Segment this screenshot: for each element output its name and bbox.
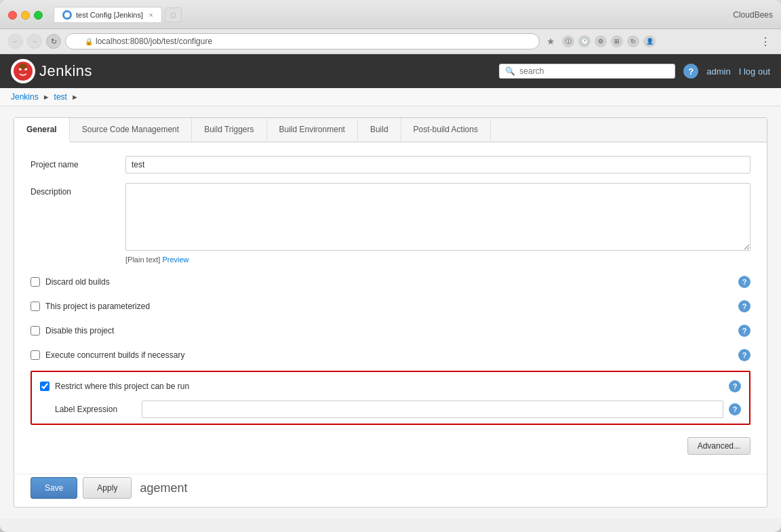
project-name-row: Project name <box>31 156 750 173</box>
restrict-help[interactable]: ? <box>729 380 741 392</box>
admin-link[interactable]: admin <box>706 66 730 77</box>
close-button[interactable] <box>8 11 17 20</box>
search-box: 🔍 <box>499 64 675 79</box>
info-icon[interactable]: ⓘ <box>562 35 574 47</box>
bookmark-icon[interactable]: ★ <box>546 36 555 47</box>
disable-project-label: Disable this project <box>45 326 733 335</box>
description-textarea[interactable] <box>125 183 750 251</box>
tab-source-code[interactable]: Source Code Management <box>70 118 192 142</box>
restrict-checkbox[interactable] <box>40 382 49 391</box>
tab-build-environment[interactable]: Build Environment <box>267 118 358 142</box>
browser-titlebar: test Config [Jenkins] × □ CloudBees <box>0 0 781 29</box>
traffic-lights <box>8 11 43 20</box>
more-options-icon[interactable]: ⋮ <box>758 34 773 49</box>
header-right: 🔍 ? admin I log out <box>499 64 770 79</box>
breadcrumb-jenkins[interactable]: Jenkins <box>11 92 39 102</box>
sync-icon[interactable]: ↻ <box>627 35 639 47</box>
reload-button[interactable]: ↻ <box>46 34 61 49</box>
breadcrumb-sep-2: ► <box>71 93 79 101</box>
logout-link[interactable]: I log out <box>739 66 770 77</box>
address-bar[interactable]: 🔒 localhost:8080/job/test/configure <box>65 33 540 49</box>
profile-icon[interactable]: 👤 <box>643 35 656 47</box>
tab-post-build[interactable]: Post-build Actions <box>401 118 491 142</box>
label-expression-row: Label Expression ? <box>40 401 741 418</box>
discard-old-builds-help[interactable]: ? <box>738 276 750 288</box>
plain-text-label: [Plain text] <box>125 255 160 264</box>
discard-old-builds-label: Discard old builds <box>45 277 733 287</box>
grid-icon[interactable]: ⊞ <box>611 35 623 47</box>
help-button[interactable]: ? <box>683 64 698 79</box>
tab-bar: test Config [Jenkins] × □ <box>54 7 727 23</box>
tab-build-triggers[interactable]: Build Triggers <box>192 118 266 142</box>
lock-icon: 🔒 <box>85 38 93 45</box>
project-name-input[interactable] <box>125 156 750 173</box>
search-icon: 🔍 <box>505 66 515 76</box>
breadcrumb-test[interactable]: test <box>54 92 67 102</box>
checkbox-concurrent-builds: Execute concurrent builds if necessary ? <box>31 346 750 364</box>
jenkins-title: Jenkins <box>39 62 92 80</box>
extension-icon[interactable]: ⚙ <box>595 35 607 47</box>
checkbox-restrict-row: Restrict where this project can be run ? <box>40 377 741 395</box>
restrict-section: Restrict where this project can be run ?… <box>31 371 750 425</box>
jenkins-header: Jenkins 🔍 ? admin I log out <box>0 54 781 88</box>
plain-text-note: [Plain text] Preview <box>125 255 750 264</box>
active-tab[interactable]: test Config [Jenkins] × <box>54 7 162 23</box>
jenkins-logo: Jenkins <box>11 59 92 83</box>
concurrent-builds-checkbox[interactable] <box>31 350 40 360</box>
svg-point-4 <box>19 64 27 69</box>
fullscreen-button[interactable] <box>34 11 43 20</box>
cloudbees-label: CloudBees <box>733 10 773 20</box>
advanced-row: Advanced... <box>31 432 750 460</box>
config-tabs: General Source Code Management Build Tri… <box>14 118 767 142</box>
restrict-label: Restrict where this project can be run <box>55 382 723 391</box>
concurrent-builds-label: Execute concurrent builds if necessary <box>45 350 733 360</box>
disable-project-help[interactable]: ? <box>738 325 750 337</box>
history-icon[interactable]: 🕐 <box>578 35 590 47</box>
description-control: [Plain text] Preview <box>125 183 750 264</box>
description-label: Description <box>31 183 125 197</box>
browser-window: test Config [Jenkins] × □ CloudBees ← → … <box>0 0 781 532</box>
concurrent-builds-help[interactable]: ? <box>738 349 750 361</box>
config-panel: General Source Code Management Build Tri… <box>14 117 767 508</box>
checkbox-disable-project: Disable this project ? <box>31 322 750 340</box>
description-row: Description [Plain text] Preview <box>31 183 750 264</box>
label-expression-label: Label Expression <box>55 405 136 414</box>
address-bar-row: ← → ↻ 🔒 localhost:8080/job/test/configur… <box>0 29 781 54</box>
advanced-button[interactable]: Advanced... <box>687 437 750 455</box>
back-button[interactable]: ← <box>8 34 23 49</box>
project-name-control <box>125 156 750 173</box>
disable-project-checkbox[interactable] <box>31 326 40 335</box>
checkbox-parameterized: This project is parameterized ? <box>31 298 750 315</box>
new-tab-button[interactable]: □ <box>165 7 182 22</box>
help-label: ? <box>688 66 694 77</box>
tab-general[interactable]: General <box>14 118 70 142</box>
action-buttons-row: Save Apply agement <box>14 474 767 507</box>
checkbox-discard-old-builds: Discard old builds ? <box>31 273 750 291</box>
search-input[interactable] <box>519 66 655 76</box>
apply-button[interactable]: Apply <box>83 477 132 499</box>
tab-title: test Config [Jenkins] <box>76 11 145 19</box>
breadcrumb-sep-1: ► <box>43 93 50 101</box>
jenkins-icon <box>11 59 35 83</box>
svg-point-0 <box>64 12 70 18</box>
project-name-label: Project name <box>31 156 125 169</box>
tab-build[interactable]: Build <box>358 118 401 142</box>
address-text: localhost:8080/job/test/configure <box>96 37 212 46</box>
forward-button[interactable]: → <box>27 34 42 49</box>
breadcrumb: Jenkins ► test ► <box>0 88 781 106</box>
tab-favicon <box>62 10 72 20</box>
new-tab-icon: □ <box>171 11 176 19</box>
label-expression-help[interactable]: ? <box>729 403 741 415</box>
preview-link[interactable]: Preview <box>162 255 188 264</box>
label-expression-input[interactable] <box>142 401 723 418</box>
parameterized-help[interactable]: ? <box>738 300 750 312</box>
discard-old-builds-checkbox[interactable] <box>31 277 40 287</box>
minimize-button[interactable] <box>21 11 30 20</box>
form-body: Project name Description [Plain text] Pr… <box>14 142 767 474</box>
parameterized-checkbox[interactable] <box>31 302 40 311</box>
save-button[interactable]: Save <box>31 477 77 499</box>
parameterized-label: This project is parameterized <box>45 302 733 311</box>
main-content: General Source Code Management Build Tri… <box>0 106 781 518</box>
tab-close-icon[interactable]: × <box>149 11 153 19</box>
scm-heading-partial: agement <box>140 481 187 495</box>
